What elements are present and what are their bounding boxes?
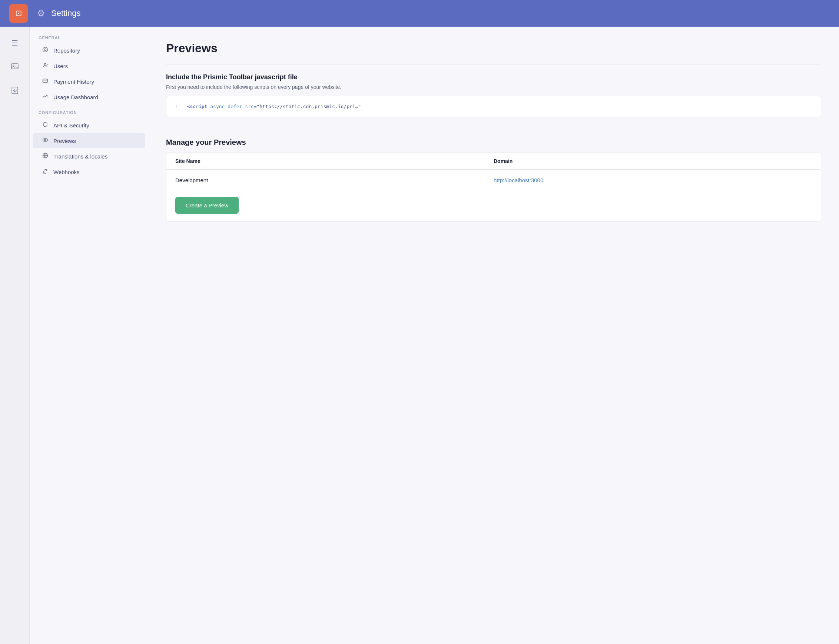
svg-point-7	[43, 138, 48, 141]
general-section-label: GENERAL	[30, 36, 148, 40]
header-title: Settings	[51, 8, 81, 18]
chart-icon	[41, 93, 49, 101]
table-row: Development http://localhost:3000	[166, 169, 821, 191]
sidebar-item-webhooks[interactable]: Webhooks	[33, 164, 145, 179]
toolbar-section-desc: First you need to include the following …	[166, 84, 821, 90]
svg-rect-0	[12, 64, 18, 69]
sidebar-item-label: Users	[53, 63, 68, 69]
divider-1	[166, 64, 821, 64]
sidebar-item-label: Repository	[53, 48, 80, 54]
sidebar-item-label: Payment History	[53, 79, 94, 85]
image-icon[interactable]	[7, 59, 22, 74]
app-logo[interactable]: ⊡	[9, 4, 28, 23]
sidebar-item-label: Translations & locales	[53, 153, 107, 159]
sidebar-item-translations[interactable]: Translations & locales	[33, 149, 145, 164]
create-preview-row: Create a Preview	[166, 191, 821, 221]
settings-gear-icon: ⚙	[37, 8, 45, 18]
content-area: Previews Include the Prismic Toolbar jav…	[148, 27, 839, 644]
code-line-number: 1	[175, 104, 178, 109]
toolbar-section: Include the Prismic Toolbar javascript f…	[166, 73, 821, 117]
svg-point-8	[45, 139, 46, 141]
main-layout: ☰ GENERAL Repository	[0, 27, 839, 644]
page-title: Previews	[166, 41, 821, 55]
divider-2	[166, 129, 821, 129]
sidebar-item-api-security[interactable]: API & Security	[33, 118, 145, 133]
cell-domain: http://localhost:3000	[494, 177, 812, 183]
toolbar-section-title: Include the Prismic Toolbar javascript f…	[166, 73, 821, 81]
svg-point-1	[13, 65, 14, 66]
svg-point-4	[45, 49, 46, 51]
sidebar-item-label: API & Security	[53, 122, 89, 128]
code-tag-open: <script	[187, 104, 208, 109]
configuration-section-label: CONFIGURATION	[30, 110, 148, 115]
sidebar-item-label: Usage Dashboard	[53, 94, 98, 100]
svg-rect-6	[43, 79, 48, 82]
svg-point-5	[45, 63, 46, 65]
sidebar-item-usage-dashboard[interactable]: Usage Dashboard	[33, 90, 145, 104]
sidebar-item-payment-history[interactable]: Payment History	[33, 74, 145, 89]
menu-icon[interactable]: ☰	[7, 36, 22, 50]
create-preview-button[interactable]: Create a Preview	[175, 197, 239, 214]
logo-icon: ⊡	[15, 8, 22, 18]
table-header: Site Name Domain	[166, 153, 821, 169]
code-attr-src: src=	[245, 104, 256, 109]
svg-point-3	[43, 48, 48, 52]
cell-site-name: Development	[175, 177, 494, 183]
code-block: 1 <script async defer src="https://stati…	[166, 96, 821, 117]
code-attr-async: async defer	[210, 104, 245, 109]
column-domain: Domain	[494, 158, 812, 164]
payment-icon	[41, 78, 49, 85]
repository-icon	[41, 47, 49, 54]
column-site-name: Site Name	[175, 158, 494, 164]
code-string-src: "https://static.cdn.prismic.io/pri…"	[257, 104, 361, 109]
shield-icon	[41, 122, 49, 129]
previews-table: Site Name Domain Development http://loca…	[166, 153, 821, 222]
sidebar-item-repository[interactable]: Repository	[33, 43, 145, 58]
sidebar-item-previews[interactable]: Previews	[33, 133, 145, 148]
globe-icon	[41, 153, 49, 160]
download-icon[interactable]	[7, 83, 22, 98]
sidebar-item-users[interactable]: Users	[33, 59, 145, 73]
sidebar-item-label: Webhooks	[53, 169, 80, 175]
manage-section-title: Manage your Previews	[166, 138, 821, 147]
eye-icon	[41, 137, 49, 145]
manage-previews-section: Manage your Previews Site Name Domain De…	[166, 138, 821, 222]
sidebar-item-label: Previews	[53, 138, 76, 144]
webhook-icon	[41, 168, 49, 176]
top-header: ⊡ ⚙ Settings	[0, 0, 839, 27]
users-icon	[41, 62, 49, 70]
icon-bar: ☰	[0, 27, 30, 644]
sidebar: GENERAL Repository Users Payment History…	[30, 27, 148, 644]
